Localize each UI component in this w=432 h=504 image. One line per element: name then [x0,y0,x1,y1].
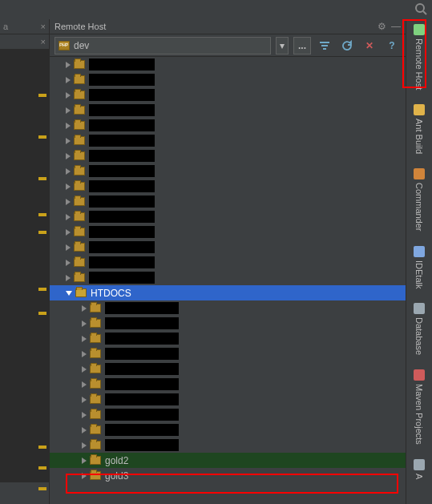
chevron-right-icon[interactable] [66,138,71,144]
tree-row[interactable] [50,118,406,133]
minimize-icon[interactable]: — [391,21,401,32]
gear-icon[interactable]: ⚙ [377,21,386,32]
right-tab-ant-build[interactable]: Ant Build [414,99,425,159]
tree-row[interactable] [50,163,406,179]
tool-icon [414,24,425,35]
close-icon[interactable]: × [41,22,46,31]
tree-row[interactable] [50,422,406,437]
redacted-label [89,272,155,284]
close-icon[interactable]: × [41,37,46,46]
redacted-label [105,424,179,436]
tree-row[interactable] [50,224,406,240]
tree-row[interactable] [50,72,406,87]
editor-tab-stub-2[interactable]: × [0,34,49,50]
tree-row[interactable] [50,240,406,255]
right-tab-database[interactable]: Database [414,298,425,360]
gutter-body [0,50,49,482]
folder-icon [74,151,85,160]
chevron-down-icon[interactable] [66,291,72,296]
redacted-label [89,104,155,116]
svg-point-0 [416,4,424,12]
chevron-right-icon[interactable] [66,153,71,159]
chevron-right-icon[interactable] [66,77,71,83]
tree-row[interactable]: HTDOCS [50,285,406,300]
chevron-right-icon[interactable] [82,427,87,433]
tree-row[interactable] [50,346,406,361]
chevron-right-icon[interactable] [66,123,71,129]
gutter-mark [38,312,46,315]
redacted-label [105,348,179,360]
right-tab-maven-projects[interactable]: Maven Projects [414,365,425,450]
tree-row[interactable] [50,255,406,270]
chevron-right-icon[interactable] [66,275,71,281]
tree-row[interactable] [50,437,406,453]
chevron-right-icon[interactable] [66,92,71,99]
chevron-right-icon[interactable] [82,397,87,403]
tree-row[interactable] [50,133,406,148]
tree-row[interactable] [50,316,406,331]
right-tab-idetalk[interactable]: IDEtalk [414,241,425,293]
chevron-right-icon[interactable] [82,473,87,479]
tree-row[interactable] [50,300,406,316]
chevron-right-icon[interactable] [82,336,87,342]
chevron-right-icon[interactable] [82,381,87,388]
help-icon[interactable]: ? [383,37,401,54]
tree-row[interactable] [50,407,406,422]
chevron-right-icon[interactable] [66,168,71,175]
chevron-right-icon[interactable] [82,321,87,327]
chevron-right-icon[interactable] [82,351,87,357]
redacted-label [89,256,155,268]
chevron-right-icon[interactable] [82,366,87,373]
chevron-right-icon[interactable] [66,199,71,205]
tree-row[interactable] [50,377,406,392]
tree-row[interactable] [50,148,406,163]
tree-row[interactable] [50,331,406,346]
combo-dropdown[interactable]: ▾ [276,37,289,54]
filter-icon[interactable] [316,37,333,54]
tree-row[interactable] [50,57,406,72]
file-tree[interactable]: HTDOCSgold2gold3 [50,57,406,504]
redacted-label [89,165,155,177]
tree-row[interactable] [50,392,406,407]
tree-row[interactable]: gold2 [50,453,406,468]
chevron-right-icon[interactable] [66,260,71,266]
chevron-right-icon[interactable] [66,62,71,68]
chevron-right-icon[interactable] [66,214,71,220]
tree-row[interactable] [50,209,406,224]
svg-line-1 [423,11,426,14]
chevron-right-icon[interactable] [82,305,87,312]
chevron-right-icon[interactable] [82,458,87,464]
folder-icon [90,441,101,450]
server-combo[interactable]: dev [55,37,271,54]
right-tab-label: Commander [414,183,424,232]
tree-row[interactable]: gold3 [50,468,406,483]
tree-row[interactable] [50,361,406,377]
chevron-right-icon[interactable] [66,107,71,114]
redacted-label [105,378,179,390]
right-tab-commander[interactable]: Commander [414,163,425,236]
redacted-label [89,241,155,253]
tree-row[interactable] [50,194,406,209]
chevron-right-icon[interactable] [82,412,87,418]
chevron-right-icon[interactable] [66,244,71,251]
redacted-label [89,180,155,192]
search-icon[interactable] [414,2,427,18]
chevron-right-icon[interactable] [82,442,87,449]
folder-icon [74,167,85,175]
folder-icon [74,243,85,252]
chevron-right-icon[interactable] [66,183,71,190]
disconnect-icon[interactable]: ✕ [361,37,378,54]
right-tab-remote-host[interactable]: Remote Host [414,19,425,95]
editor-tab-stub-1[interactable]: a × [0,19,49,34]
right-tab-label: IDEtalk [414,260,424,288]
tree-row[interactable] [50,270,406,285]
right-tab-a[interactable]: A [414,454,425,484]
redacted-label [89,226,155,238]
tree-row[interactable] [50,179,406,194]
tree-row[interactable] [50,87,406,103]
redacted-label [89,89,155,101]
tree-row[interactable] [50,103,406,118]
ellipsis-button[interactable]: ... [293,37,311,54]
refresh-icon[interactable] [338,37,356,54]
chevron-right-icon[interactable] [66,229,71,236]
